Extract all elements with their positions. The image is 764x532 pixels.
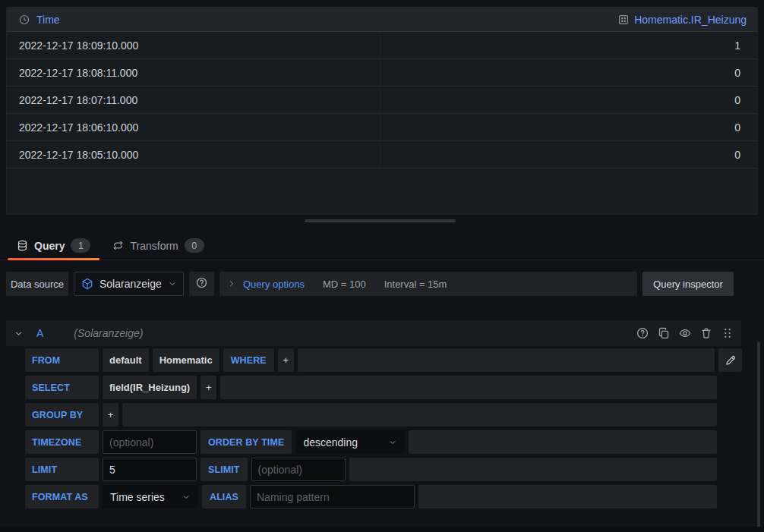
process-icon: [112, 240, 124, 251]
datasource-help-button[interactable]: [189, 272, 214, 296]
format-as-label: FORMAT AS: [25, 485, 99, 508]
row-filler: [418, 485, 717, 508]
vertical-scrollbar[interactable]: [757, 342, 760, 529]
raw-query-edit-button[interactable]: [718, 348, 742, 372]
format-as-row: FORMAT AS Time series ALIAS: [25, 485, 717, 508]
row-filler: [349, 458, 717, 481]
chevron-right-icon: [227, 279, 236, 288]
table-icon: [618, 14, 629, 25]
max-data-points-value: MD = 100: [323, 279, 366, 290]
alias-input[interactable]: [250, 485, 415, 508]
column-header-value-label: Homematic.IR_Heizung: [634, 14, 747, 26]
field-segment[interactable]: field(IR_Heizung): [103, 376, 197, 399]
tab-transform[interactable]: Transform 0: [103, 231, 213, 260]
row-filler: [122, 403, 717, 427]
where-label: WHERE: [223, 348, 274, 372]
value-cell: 0: [380, 121, 750, 134]
row-filler: [298, 348, 715, 372]
column-header-time-label: Time: [36, 14, 60, 26]
group-by-label: GROUP BY: [25, 403, 99, 427]
toggle-visibility-eye-icon[interactable]: [679, 327, 691, 339]
timezone-row: TIMEZONE ORDER BY TIME descending: [25, 430, 717, 454]
interval-value: Interval = 15m: [384, 279, 447, 290]
chevron-down-icon: [182, 493, 191, 502]
value-cell: 0: [380, 67, 750, 79]
editor-tab-bar: Query 1 Transform 0: [0, 231, 764, 260]
query-inspector-button[interactable]: Query inspector: [642, 272, 734, 296]
table-panel: Time Homematic.IR_Heizung 2022-12-17 18:…: [6, 7, 758, 215]
database-icon: [17, 240, 28, 251]
limit-label: LIMIT: [25, 458, 99, 481]
table-row: 2022-12-17 18:07:11.000 0: [7, 87, 757, 114]
group-by-row: GROUP BY +: [25, 403, 717, 427]
table-header-row: Time Homematic.IR_Heizung: [7, 8, 757, 32]
pane-resize-handle[interactable]: [305, 219, 456, 222]
slimit-label: SLIMIT: [200, 458, 248, 481]
tab-query[interactable]: Query 1: [8, 231, 99, 260]
select-row: SELECT field(IR_Heizung) +: [25, 376, 717, 399]
from-label: FROM: [25, 348, 99, 372]
table-row: 2022-12-17 18:09:10.000 1: [7, 32, 757, 59]
query-datasource-hint: (Solaranzeige): [74, 327, 143, 339]
query-options-toggle[interactable]: Query options MD = 100 Interval = 15m: [219, 272, 637, 296]
slimit-input[interactable]: [251, 458, 346, 481]
order-by-time-label: ORDER BY TIME: [200, 430, 292, 454]
query-ref-id: A: [36, 327, 43, 339]
table-row: 2022-12-17 18:08:11.000 0: [7, 59, 757, 87]
duplicate-query-icon[interactable]: [658, 327, 670, 339]
alias-label: ALIAS: [202, 485, 246, 508]
query-count-badge: 1: [71, 238, 90, 253]
influxql-query-editor: FROM default Homematic WHERE + SELECT fi…: [25, 348, 742, 512]
influxdb-icon: [81, 278, 93, 290]
format-as-select[interactable]: Time series: [103, 485, 198, 508]
value-cell: 0: [380, 149, 750, 161]
value-cell: 1: [380, 39, 750, 52]
query-actions: [636, 327, 734, 339]
pencil-icon: [725, 354, 737, 367]
datasource-value: Solaranzeige: [99, 278, 162, 290]
table-row: 2022-12-17 18:05:10.000 0: [7, 141, 757, 168]
order-by-time-value: descending: [303, 436, 358, 449]
time-cell: 2022-12-17 18:07:11.000: [13, 87, 380, 113]
time-cell: 2022-12-17 18:08:11.000: [13, 59, 380, 86]
drag-handle-icon[interactable]: [721, 327, 734, 339]
order-by-time-select[interactable]: descending: [295, 430, 405, 454]
datasource-picker[interactable]: Solaranzeige: [74, 272, 184, 296]
measurement-segment[interactable]: Homematic: [153, 348, 219, 372]
time-cell: 2022-12-17 18:06:10.000: [13, 114, 380, 140]
timezone-input[interactable]: [103, 430, 197, 454]
select-label: SELECT: [25, 376, 99, 399]
chevron-down-icon: [168, 279, 177, 288]
limit-input[interactable]: [103, 458, 197, 481]
bottom-edge: [0, 527, 764, 532]
row-filler: [220, 376, 717, 399]
limit-row: LIMIT SLIMIT: [25, 458, 717, 481]
row-filler: [409, 430, 717, 454]
tab-query-label: Query: [34, 240, 65, 252]
add-group-by-button[interactable]: +: [103, 403, 118, 427]
chevron-down-icon[interactable]: [14, 329, 24, 338]
datasource-label: Data source: [6, 272, 68, 296]
query-options-label: Query options: [243, 279, 305, 290]
column-header-value[interactable]: Homematic.IR_Heizung: [380, 8, 750, 31]
chevron-down-icon: [388, 438, 397, 447]
add-select-part-button[interactable]: +: [200, 376, 216, 399]
delete-query-trash-icon[interactable]: [700, 327, 712, 339]
clock-icon: [19, 14, 30, 25]
query-toolbar: Data source Solaranzeige Query options M…: [6, 272, 734, 296]
retention-policy-segment[interactable]: default: [103, 348, 149, 372]
add-where-condition-button[interactable]: +: [278, 348, 294, 372]
grafana-panel-editor: Time Homematic.IR_Heizung 2022-12-17 18:…: [0, 0, 764, 532]
timezone-label: TIMEZONE: [25, 430, 99, 454]
format-as-value: Time series: [110, 491, 165, 503]
column-header-time[interactable]: Time: [13, 8, 380, 31]
time-cell: 2022-12-17 18:05:10.000: [13, 141, 380, 168]
value-cell: 0: [380, 94, 750, 106]
table-row: 2022-12-17 18:06:10.000 0: [7, 114, 757, 141]
tab-transform-label: Transform: [130, 240, 178, 252]
from-row: FROM default Homematic WHERE +: [25, 348, 742, 372]
query-row-header[interactable]: A (Solaranzeige): [6, 320, 741, 346]
transform-count-badge: 0: [185, 238, 204, 253]
time-cell: 2022-12-17 18:09:10.000: [13, 32, 380, 58]
query-help-icon[interactable]: [636, 327, 649, 339]
